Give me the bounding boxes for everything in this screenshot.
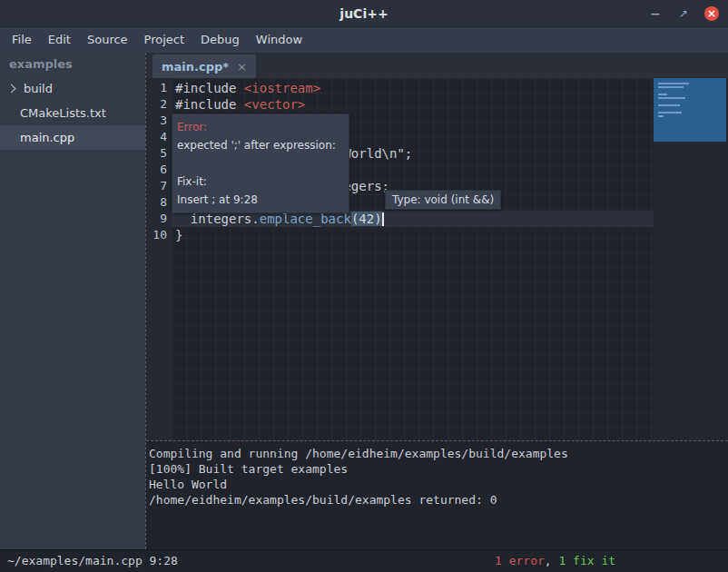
minimap-code-line (658, 112, 682, 113)
diagnostic-tooltip: Error:expected ';' after expression: Fix… (172, 113, 349, 213)
tab-main-cpp[interactable]: main.cpp* × (152, 54, 256, 78)
menu-edit[interactable]: Edit (40, 27, 79, 53)
status-file-position: ~/examples/main.cpp 9:28 (7, 550, 178, 572)
terminal-output[interactable]: Compiling and running /home/eidheim/exam… (146, 440, 728, 549)
sidebar-item-label: main.cpp (20, 131, 74, 144)
sidebar-item-cmakelists-txt[interactable]: CMakeLists.txt (0, 101, 145, 125)
project-name-header: examples (0, 53, 145, 76)
line-number: 9 (146, 211, 172, 227)
line-number: 6 (146, 162, 172, 178)
tab-close-icon[interactable]: × (237, 61, 247, 73)
app-window: juCi++ − ↗ × FileEditSourceProjectDebugW… (0, 0, 728, 572)
sidebar-divider[interactable] (145, 53, 146, 549)
status-diagnostics: 1 error, 1 fix it (495, 550, 615, 572)
menu-project[interactable]: Project (136, 27, 192, 53)
line-number: 8 (146, 194, 172, 211)
close-icon[interactable]: × (704, 6, 719, 21)
tooltip-line: Fix-it: (177, 173, 344, 191)
terminal-line: Hello World (149, 477, 726, 492)
code-line-2[interactable]: #include <vector> (172, 96, 654, 113)
status-bar: ~/examples/main.cpp 9:28 1 error, 1 fix … (0, 549, 728, 572)
chevron-right-icon[interactable] (7, 84, 16, 94)
terminal-line: Compiling and running /home/eidheim/exam… (149, 446, 726, 461)
tooltip-line (177, 154, 344, 173)
code-line-1[interactable]: #include <iostream> (172, 80, 654, 96)
file-tree: buildCMakeLists.txtmain.cpp (0, 76, 145, 150)
line-number: 3 (146, 113, 172, 129)
terminal-line: [100%] Built target examples (149, 461, 726, 477)
minimap-code-line (658, 86, 684, 88)
menu-window[interactable]: Window (248, 27, 310, 53)
minimize-icon[interactable]: − (648, 6, 663, 21)
minimap-code-line (658, 104, 680, 106)
code-token: ) (374, 212, 381, 226)
line-number: 10 (146, 227, 172, 243)
text-cursor (382, 212, 384, 226)
terminal-line: /home/eidheim/examples/build/examples re… (149, 492, 726, 508)
line-number-gutter: 12345678910 (146, 78, 172, 440)
tab-label: main.cpp* (162, 60, 229, 74)
minimap-code-line (658, 97, 685, 99)
code-token: <vector> (244, 97, 305, 112)
line-number: 7 (146, 178, 172, 194)
tooltip-line: expected ';' after expression: (177, 136, 344, 154)
sidebar-item-build[interactable]: build (0, 76, 145, 101)
menu-debug[interactable]: Debug (192, 27, 248, 53)
code-editor[interactable]: 12345678910 #include <iostream>#include … (146, 78, 728, 440)
fixit-count[interactable]: 1 fix it (558, 554, 615, 567)
tooltip-line: Insert ; at 9:28 (177, 191, 344, 209)
code-token: emplace_back (260, 212, 351, 226)
line-number: 5 (146, 145, 172, 162)
code-token: } (175, 228, 182, 242)
overview-column (654, 78, 728, 440)
sidebar-item-label: CMakeLists.txt (20, 106, 106, 120)
code-line-10[interactable]: } (172, 227, 654, 243)
menu-file[interactable]: File (4, 27, 40, 53)
minimap-code-line (658, 83, 689, 84)
type-tooltip-text: Type: void (int &&) (392, 193, 494, 206)
status-separator: , (545, 554, 559, 567)
window-title: juCi++ (339, 6, 388, 21)
titlebar[interactable]: juCi++ − ↗ × (0, 0, 728, 27)
menu-source[interactable]: Source (79, 27, 136, 53)
tab-bar: main.cpp* × (146, 53, 728, 78)
sidebar-item-label: build (24, 82, 53, 95)
file-tree-sidebar[interactable]: examples buildCMakeLists.txtmain.cpp (0, 53, 145, 549)
line-number: 4 (146, 129, 172, 145)
maximize-icon[interactable]: ↗ (676, 6, 691, 21)
line-number: 1 (146, 80, 172, 96)
sidebar-item-main-cpp[interactable]: main.cpp (0, 125, 145, 150)
code-token: #include (175, 81, 244, 95)
menubar: FileEditSourceProjectDebugWindow (0, 27, 728, 53)
tooltip-error-label: Error: (177, 118, 344, 136)
code-token: #include (175, 97, 244, 112)
line-number: 2 (146, 96, 172, 113)
window-controls: − ↗ × (648, 0, 719, 27)
minimap-code-line (658, 115, 664, 117)
code-token: <iostream> (244, 81, 320, 95)
minimap[interactable] (654, 78, 726, 142)
code-token: 42 (359, 212, 374, 226)
code-token: integers. (175, 212, 260, 226)
minimap-code-line (658, 94, 667, 95)
error-count[interactable]: 1 error (495, 554, 545, 567)
type-tooltip: Type: void (int &&) (385, 190, 501, 210)
